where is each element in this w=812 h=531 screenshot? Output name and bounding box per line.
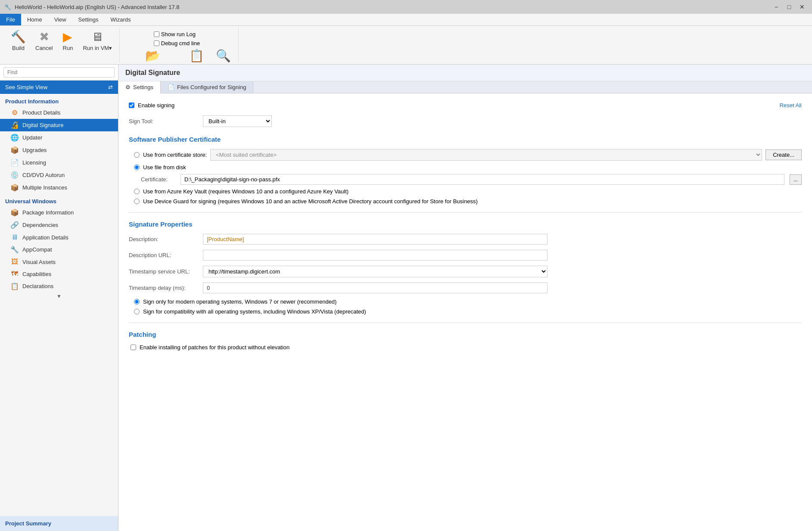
options-icon: 📋 xyxy=(189,49,204,63)
sidebar-item-cdrom[interactable]: 💿 CD/DVD Autorun xyxy=(0,169,118,181)
sidebar-item-product-details[interactable]: ⚙ Product Details xyxy=(0,106,118,119)
certificate-label: Certificate: xyxy=(141,176,175,183)
sidebar-label-package-info: Package Information xyxy=(22,209,74,216)
sign-tool-label: Sign Tool: xyxy=(129,118,198,124)
simple-view-label: See Simple View xyxy=(5,84,47,90)
visual-assets-icon: 🖼 xyxy=(10,258,19,266)
sidebar-item-capabilities[interactable]: 🗺 Capabilities xyxy=(0,268,118,280)
enable-signing-checkbox[interactable] xyxy=(129,102,134,108)
cancel-label: Cancel xyxy=(35,45,53,51)
sidebar-item-digital-signature[interactable]: 🔏 Digital Signature xyxy=(0,119,118,131)
project-summary-footer[interactable]: Project Summary xyxy=(0,516,118,531)
menu-view[interactable]: View xyxy=(48,14,72,25)
radio-modern-label[interactable]: Sign only for modern operating systems, … xyxy=(143,298,336,305)
create-button[interactable]: Create... xyxy=(765,149,802,160)
sidebar-item-application-details[interactable]: 🖥 Application Details xyxy=(0,231,118,243)
debug-cmd-label[interactable]: Debug cmd line xyxy=(154,40,200,47)
run-vm-icon: 🖥 xyxy=(91,30,103,44)
radio-cert-store-row: Use from certificate store: <Most suited… xyxy=(129,149,802,161)
titlebar: 🔧 HelloWorld - HelloWorld.aip (English U… xyxy=(0,0,812,14)
debug-cmd-check[interactable] xyxy=(154,40,159,46)
sidebar-scroll[interactable]: Product Information ⚙ Product Details 🔏 … xyxy=(0,94,118,516)
menu-wizards[interactable]: Wizards xyxy=(105,14,137,25)
sidebar-item-package-info[interactable]: 📦 Package Information xyxy=(0,206,118,219)
sidebar-label-updater: Updater xyxy=(22,134,42,141)
timestamp-url-label: Timestamp service URL: xyxy=(129,268,198,275)
content-tabs: ⚙ Settings 📄 Files Configured for Signin… xyxy=(118,81,812,93)
maximize-button[interactable]: □ xyxy=(784,1,795,12)
run-label: Run xyxy=(63,45,73,51)
run-vm-button[interactable]: 🖥 Run in VM▾ xyxy=(79,28,116,53)
main-layout: See Simple View ⇄ Product Information ⚙ … xyxy=(0,65,812,531)
sign-tool-select[interactable]: Built-in xyxy=(203,115,272,127)
app-details-icon: 🖥 xyxy=(10,233,19,241)
simple-view-button[interactable]: See Simple View ⇄ xyxy=(0,81,118,94)
radio-device-guard[interactable] xyxy=(134,199,140,204)
sidebar-label-multiple-instances: Multiple Instances xyxy=(22,184,67,191)
sidebar-item-declarations[interactable]: 📋 Declarations xyxy=(0,280,118,292)
sidebar-item-dependencies[interactable]: 🔗 Dependencies xyxy=(0,219,118,231)
cert-store-label[interactable]: Use from certificate store: xyxy=(143,152,207,158)
close-button[interactable]: ✕ xyxy=(796,1,808,12)
certificate-input[interactable] xyxy=(180,174,784,185)
radio-modern-os[interactable] xyxy=(134,299,140,304)
timestamp-delay-input[interactable] xyxy=(203,283,548,293)
radio-compat-label[interactable]: Sign for compatibility with all operatin… xyxy=(143,308,366,315)
description-url-input[interactable] xyxy=(203,250,548,261)
radio-compat-row: Sign for compatibility with all operatin… xyxy=(129,308,802,315)
patching-checkbox[interactable] xyxy=(131,345,136,350)
sidebar-search-container xyxy=(0,65,118,81)
show-log-check[interactable] xyxy=(154,31,159,37)
patching-label[interactable]: Enable installing of patches for this pr… xyxy=(140,344,289,351)
sidebar-item-appcompat[interactable]: 🔧 AppCompat xyxy=(0,243,118,256)
patching-title: Patching xyxy=(129,331,802,338)
package-info-icon: 📦 xyxy=(10,208,19,217)
cancel-button[interactable]: ✖ Cancel xyxy=(31,28,56,53)
browse-button[interactable]: ... xyxy=(790,174,802,185)
run-icon: ▶ xyxy=(63,30,72,44)
timestamp-url-select[interactable]: http://timestamp.digicert.com xyxy=(203,266,548,277)
sidebar-label-product-details: Product Details xyxy=(22,109,60,116)
sidebar-scroll-indicator: ▼ xyxy=(0,292,118,300)
tab-settings[interactable]: ⚙ Settings xyxy=(118,81,161,93)
software-publisher-title: Software Publisher Certificate xyxy=(129,136,802,143)
minimize-button[interactable]: − xyxy=(771,1,782,12)
show-log-label[interactable]: Show run Log xyxy=(154,31,200,37)
radio-file-disk-row: Use file from disk xyxy=(129,164,802,171)
radio-azure[interactable] xyxy=(134,189,140,194)
file-disk-label[interactable]: Use file from disk xyxy=(143,164,186,171)
radio-cert-store[interactable] xyxy=(134,152,140,158)
enable-signing-label[interactable]: Enable signing xyxy=(138,102,174,109)
reset-all-link[interactable]: Reset All xyxy=(780,102,802,109)
sidebar-label-appcompat: AppCompat xyxy=(22,246,52,253)
sidebar-item-visual-assets[interactable]: 🖼 Visual Assets xyxy=(0,256,118,268)
radio-file-disk[interactable] xyxy=(134,165,140,170)
description-url-label: Description URL: xyxy=(129,252,198,258)
dependencies-icon: 🔗 xyxy=(10,221,19,229)
capabilities-icon: 🗺 xyxy=(10,270,19,278)
settings-tab-icon: ⚙ xyxy=(125,84,131,90)
upgrades-icon: 📦 xyxy=(10,146,19,154)
sidebar-item-multiple-instances[interactable]: 📦 Multiple Instances xyxy=(0,181,118,194)
sidebar-item-licensing[interactable]: 📄 Licensing xyxy=(0,156,118,169)
sidebar-item-upgrades[interactable]: 📦 Upgrades xyxy=(0,144,118,156)
menu-file[interactable]: File xyxy=(0,14,21,25)
azure-label[interactable]: Use from Azure Key Vault (requires Windo… xyxy=(143,188,348,195)
description-input[interactable] xyxy=(203,234,548,245)
radio-compat-os[interactable] xyxy=(134,309,140,314)
description-url-row: Description URL: xyxy=(129,250,802,261)
menu-settings[interactable]: Settings xyxy=(72,14,105,25)
run-button[interactable]: ▶ Run xyxy=(58,28,77,53)
tab-files-configured[interactable]: 📄 Files Configured for Signing xyxy=(161,81,253,93)
device-guard-label[interactable]: Use Device Guard for signing (requires W… xyxy=(143,198,478,205)
cdrom-icon: 💿 xyxy=(10,171,19,179)
app-icon: 🔧 xyxy=(4,4,11,10)
content-body: Enable signing Reset All Sign Tool: Buil… xyxy=(118,93,812,531)
divider-1 xyxy=(129,212,802,213)
menu-home[interactable]: Home xyxy=(21,14,48,25)
search-input[interactable] xyxy=(3,67,115,78)
cert-store-select[interactable]: <Most suited certificate> xyxy=(210,149,762,161)
build-button[interactable]: 🔨 Build xyxy=(7,28,30,53)
sidebar-item-updater[interactable]: 🌐 Updater xyxy=(0,131,118,144)
debug-cmd-text: Debug cmd line xyxy=(161,40,200,47)
